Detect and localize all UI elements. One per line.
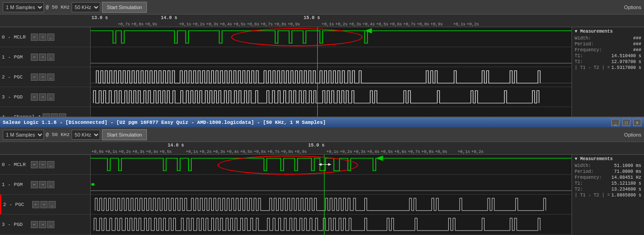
samples-select-1[interactable]: 1 M Samples <box>3 2 44 12</box>
meas-diff-1: | T1 - T2 | = 1.5317000 s <box>575 65 641 70</box>
ctrl-btn-2-pgd-c[interactable]: _ <box>47 221 54 228</box>
waveform-area-1[interactable] <box>91 27 571 117</box>
ctrl-btn-2-pgm-b[interactable]: ¬ <box>39 181 46 188</box>
ctrl-btn-pgm-1c[interactable]: _ <box>47 54 54 61</box>
ruler-1: 13.0 s +0,7s +0,8s +0,9s 14.0 s +0,1s +0… <box>0 15 644 27</box>
panel-1: 1 M Samples @ 50 KHz 50 KHz Start Simula… <box>0 0 644 118</box>
meas-freq-1: Frequency: ### <box>575 48 641 53</box>
measurements-title-1: ▼ Measurements <box>575 29 641 34</box>
ctrl-btn-2-pgd-b[interactable]: ¬ <box>39 221 46 228</box>
meas-width-1: Width: ### <box>575 36 641 41</box>
at-label-2: @ 50 KHz <box>46 132 70 137</box>
title-bar-2: Saleae Logic 1.1.8 - [Disconnected] - [U… <box>0 118 644 127</box>
freq-select-1[interactable]: 50 KHz <box>72 2 100 12</box>
channel-row-pgm-2: 1 - PGM ⌐ ¬ _ <box>0 175 90 195</box>
ctrl-btn-1c[interactable]: _ <box>47 34 54 41</box>
svg-marker-6 <box>328 163 331 166</box>
ctrl-btn-pgc-1a[interactable]: ⌐ <box>31 73 38 81</box>
meas-diff-2: | T1 - T2 | = 1.8865800 s <box>575 193 641 198</box>
measurements-panel-2: ▼ Measurements Width: 51.1000 ms Period:… <box>571 155 644 235</box>
ctrl-btn-2-pgc-a[interactable]: ⌐ <box>32 201 39 208</box>
ctrl-btn-pgc-1b[interactable]: ¬ <box>39 73 46 81</box>
meas-t1-1: T1: 14.510400 s <box>575 54 641 59</box>
meas-t2-2: T2: 13.234600 s <box>575 187 641 192</box>
options-btn-1[interactable]: Options <box>624 5 641 10</box>
svg-point-9 <box>91 183 94 186</box>
channel-row-ch4-1: 4 - Channel 4 ⌐ ¬ _ <box>0 107 90 117</box>
waveform-ch4-1[interactable] <box>91 107 571 117</box>
ctrl-btn-2-pgc-c[interactable]: _ <box>48 201 56 208</box>
minimize-btn[interactable]: _ <box>611 119 620 126</box>
ruler-content-1: 13.0 s +0,7s +0,8s +0,9s 14.0 s +0,1s +0… <box>91 15 644 27</box>
ctrl-btn-2-pgd-a[interactable]: ⌐ <box>31 221 38 228</box>
ctrl-btn-2-mclr-c[interactable]: _ <box>47 161 54 168</box>
waveform-pgc-1[interactable] <box>91 67 571 87</box>
measurements-panel-1: ▼ Measurements Width: ### Period: ### Fr… <box>571 27 644 117</box>
meas-width-2: Width: 51.1000 ms <box>575 163 641 168</box>
meas-freq-2: Frequency: 14.08451 Hz <box>575 175 641 180</box>
ctrl-btn-2-mclr-b[interactable]: ¬ <box>39 161 46 168</box>
channel-labels-1: 0 - MCLR ⌐ ¬ _ 1 - PGM ⌐ ¬ _ <box>0 27 91 117</box>
start-sim-btn-2[interactable]: Start Simulation <box>102 129 147 140</box>
meas-t1-2: T1: 15.121180 s <box>575 181 641 186</box>
cursor-line-2 <box>324 155 324 235</box>
channels-container-1: 0 - MCLR ⌐ ¬ _ 1 - PGM ⌐ ¬ _ <box>0 27 644 117</box>
channel-row-mclr-2: 0 - MCLR ⌐ ¬ _ <box>0 155 90 175</box>
panel-2: Saleae Logic 1.1.8 - [Disconnected] - [U… <box>0 118 644 235</box>
waveform-pgm-2[interactable] <box>91 175 571 195</box>
waveform-pgc-2[interactable] <box>91 195 571 215</box>
channel-row-pgd-2: 3 - PGD ⌐ ¬ _ <box>0 215 90 235</box>
svg-marker-0 <box>365 28 372 34</box>
options-btn-2[interactable]: Options <box>624 132 641 137</box>
ruler-content-2: +0,9s +0,1s +0,2s +0,3s +0,4s +0,5s 14.0… <box>91 142 644 154</box>
channel-row-pgd-1: 3 - PGD ⌐ ¬ _ <box>0 87 90 107</box>
waveform-pgm-1[interactable] <box>91 47 571 67</box>
waveform-area-2[interactable] <box>91 155 571 235</box>
channel-row-pgc-2: 2 - PGC ⌐ ¬ _ <box>0 195 90 215</box>
ctrl-btn-pgc-1c[interactable]: _ <box>47 73 54 81</box>
timeline-1: 13.0 s +0,7s +0,8s +0,9s 14.0 s +0,1s +0… <box>0 15 644 117</box>
ctrl-btn-2-pgm-a[interactable]: ⌐ <box>31 181 38 188</box>
meas-period-1: Period: ### <box>575 42 641 47</box>
toolbar-2: 1 M Samples @ 50 KHz 50 KHz Start Simula… <box>0 127 644 142</box>
ctrl-btn-1a[interactable]: ⌐ <box>31 34 38 41</box>
ctrl-btn-ch4-1c[interactable]: _ <box>59 113 66 117</box>
cursor-line-1 <box>317 27 318 117</box>
ctrl-btn-pgm-1a[interactable]: ⌐ <box>31 54 38 61</box>
timeline-2: +0,9s +0,1s +0,2s +0,3s +0,4s +0,5s 14.0… <box>0 142 644 235</box>
ctrl-btn-2-mclr-a[interactable]: ⌐ <box>31 161 38 168</box>
ctrl-btn-pgd-1c[interactable]: _ <box>47 93 54 101</box>
title-text-2: Saleae Logic 1.1.8 - [Disconnected] - [U… <box>3 120 326 125</box>
at-label-1: @ 50 KHz <box>46 5 70 10</box>
waveform-mclr-1[interactable] <box>91 27 571 47</box>
start-sim-btn-1[interactable]: Start Simulation <box>102 2 147 13</box>
ctrl-btn-2-pgc-b[interactable]: ¬ <box>40 201 48 208</box>
waveform-mclr-2[interactable] <box>91 155 571 175</box>
ctrl-btn-ch4-1a[interactable]: ⌐ <box>43 113 50 117</box>
meas-t2-1: T2: 12.978700 s <box>575 59 641 64</box>
measurements-title-2: ▼ Measurements <box>575 157 641 162</box>
samples-select-2[interactable]: 1 M Samples <box>3 130 44 140</box>
meas-period-2: Period: 71.0000 ms <box>575 169 641 174</box>
channel-row-pgc-1: 2 - PGC ⌐ ¬ _ <box>0 67 90 87</box>
freq-select-2[interactable]: 50 KHz <box>72 130 100 140</box>
restore-btn[interactable]: □ <box>622 119 630 126</box>
channel-row-pgm-1: 1 - PGM ⌐ ¬ _ <box>0 47 90 67</box>
ctrl-btn-pgd-1b[interactable]: ¬ <box>39 93 46 101</box>
ctrl-btn-ch4-1b[interactable]: ¬ <box>51 113 58 117</box>
ctrl-btn-2-pgm-c[interactable]: _ <box>47 181 54 188</box>
channel-row-mclr-1: 0 - MCLR ⌐ ¬ _ <box>0 27 90 47</box>
channel-controls-mclr-1: ⌐ ¬ _ <box>31 34 54 41</box>
waveform-pgd-2[interactable] <box>91 215 571 235</box>
channel-labels-2: 0 - MCLR ⌐ ¬ _ 1 - PGM ⌐ ¬ _ <box>0 155 91 235</box>
channels-container-2: 0 - MCLR ⌐ ¬ _ 1 - PGM ⌐ ¬ _ <box>0 155 644 235</box>
close-btn[interactable]: × <box>633 119 641 126</box>
waveform-pgd-1[interactable] <box>91 87 571 107</box>
toolbar-1: 1 M Samples @ 50 KHz 50 KHz Start Simula… <box>0 0 644 15</box>
ruler-2: +0,9s +0,1s +0,2s +0,3s +0,4s +0,5s 14.0… <box>0 142 644 155</box>
ctrl-btn-1b[interactable]: ¬ <box>39 34 46 41</box>
svg-marker-7 <box>376 156 383 161</box>
ruler-mark-13: 13.0 s <box>92 15 108 20</box>
ctrl-btn-pgm-1b[interactable]: ¬ <box>39 54 46 61</box>
ctrl-btn-pgd-1a[interactable]: ⌐ <box>31 93 38 101</box>
